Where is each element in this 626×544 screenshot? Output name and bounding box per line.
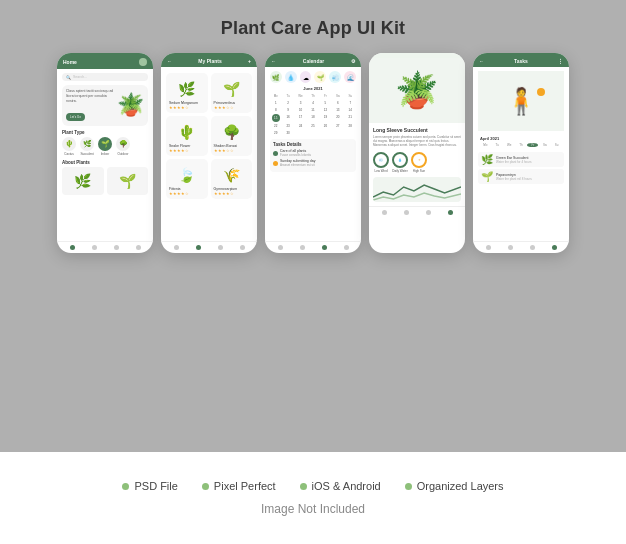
oxygen-icon[interactable]: ☁ [300,71,312,83]
cal-header-th: Th [307,93,318,99]
wind-icon[interactable]: 💨 [329,71,341,83]
nav5-cal[interactable] [530,245,535,250]
plant-card-img-4: 🌳 [214,119,250,144]
plant-card-5[interactable]: 🍃 Fittonia ★★★★☆ [166,159,208,199]
april-days-row: Mo Tu We Th Fr Sa Su [480,143,562,147]
cal-d2[interactable]: 2 [282,100,293,106]
cal-d13[interactable]: 13 [332,107,343,113]
settings-icon: ⚙ [351,58,355,64]
task-list-item-2[interactable]: 🌱 Papavontryn Water the plant mil 8 hour… [478,169,564,184]
general-icon[interactable]: 🌿 [270,71,282,83]
nav-plants[interactable] [114,245,119,250]
plant-card-4[interactable]: 🌳 Shaken Bonsai ★★★☆☆ [211,116,253,156]
cal-d6[interactable]: 6 [332,100,343,106]
cal-d23[interactable]: 23 [282,123,293,129]
nav3-plants[interactable] [300,245,305,250]
cal-d20[interactable]: 20 [332,114,343,122]
lets-go-button[interactable]: Let's Go [66,113,85,121]
cal-d9[interactable]: 9 [282,107,293,113]
plant-type-indoor[interactable]: 🌱 Indoor [98,137,112,156]
april-su: Su [551,143,562,147]
succulent-icon: 🌿 [80,137,94,151]
cal-d24[interactable]: 24 [295,123,306,129]
chart-svg [373,177,461,202]
nav4-plants[interactable] [404,210,409,215]
nav5-tasks[interactable] [552,245,557,250]
cal-d8[interactable]: 8 [270,107,281,113]
plant-name-big: Long Sleeve Succulent [373,127,461,133]
water-icon[interactable]: 🌊 [344,71,356,83]
nav3-profile[interactable] [344,245,349,250]
task-character: 🧍 [478,71,564,131]
cal-d26[interactable]: 26 [320,123,331,129]
nav2-profile[interactable] [240,245,245,250]
cal-d15[interactable]: 15 [272,114,280,122]
april-title: April 2021 [480,136,562,141]
phone-calendar: ← Calendar ⚙ 🌿 💧 ☁ 🌱 💨 🌊 June 2021 Mo Tu [265,53,361,253]
character-emoji: 🧍 [505,86,537,117]
cal-d17[interactable]: 17 [295,114,306,122]
cal-d3[interactable]: 3 [295,100,306,106]
nav5-home[interactable] [486,245,491,250]
cal-d19[interactable]: 19 [320,114,331,122]
cal-d12[interactable]: 12 [320,107,331,113]
feature-psd-label: PSD File [134,480,177,492]
nav2-home[interactable] [174,245,179,250]
outdoor-icon: 🌳 [116,137,130,151]
plant-type-cactus[interactable]: 🌵 Cactus [62,137,76,156]
plant-type-outdoor[interactable]: 🌳 Outdoor [116,137,130,156]
cal-d25[interactable]: 25 [307,123,318,129]
plant-card-6[interactable]: 🌾 Gymnocarpium ★★★★☆ [211,159,253,199]
plants-grid: 🌿 Sedum Morganum ★★★★☆ 🌱 Primoverdeus ★★… [166,73,252,199]
cal-d1[interactable]: 1 [270,100,281,106]
nav4-home[interactable] [382,210,387,215]
task-list-item-1[interactable]: 🌿 Green Ear Succulent Water the plant fo… [478,152,564,167]
cal-d4[interactable]: 4 [307,100,318,106]
about-card-1: 🌿 [62,167,104,195]
nav2-cal[interactable] [218,245,223,250]
learn-text: Class aptent taciti sociosqu ad litora t… [66,89,117,104]
cal-d10[interactable]: 10 [295,107,306,113]
cal-d18[interactable]: 18 [307,114,318,122]
cal-d11[interactable]: 11 [307,107,318,113]
cal-header-we: We [295,93,306,99]
plant-card-1[interactable]: 🌿 Sedum Morganum ★★★★☆ [166,73,208,113]
cal-d28[interactable]: 28 [345,123,356,129]
cal-d22[interactable]: 22 [270,123,281,129]
search-bar[interactable]: 🔍 Search... [62,73,148,81]
plant-stars-1: ★★★★☆ [169,105,205,110]
home-label: Home [63,59,77,65]
about-card-2: 🌱 [107,167,149,195]
plant-card-3[interactable]: 🌵 Snake Flower ★★★★☆ [166,116,208,156]
cal-d7[interactable]: 7 [345,100,356,106]
nav4-cal[interactable] [426,210,431,215]
cal-d16[interactable]: 16 [282,114,293,122]
nav4-detail[interactable] [448,210,453,215]
nav-search[interactable] [92,245,97,250]
cal-d21[interactable]: 21 [345,114,356,122]
phone-my-plants-body: 🌿 Sedum Morganum ★★★★☆ 🌱 Primoverdeus ★★… [161,67,257,241]
nav2-plants[interactable] [196,245,201,250]
phone-calendar-header: ← Calendar ⚙ [265,53,361,67]
soil-icon[interactable]: 🌱 [314,71,326,83]
cal-d29[interactable]: 29 [270,130,281,136]
plant-type-succulent[interactable]: 🌿 Succulent [80,137,94,156]
feature-ios-label: iOS & Android [312,480,381,492]
care-icon[interactable]: 💧 [285,71,297,83]
nav-home[interactable] [70,245,75,250]
nav-profile[interactable] [136,245,141,250]
cal-d14[interactable]: 14 [345,107,356,113]
plant-card-2[interactable]: 🌱 Primoverdeus ★★★☆☆ [211,73,253,113]
cal-d27[interactable]: 27 [332,123,343,129]
nav3-cal[interactable] [322,245,327,250]
gauges-row: 💨 Low Wind 💧 Daily Water ☀ High Sun [373,152,461,173]
chart-area [373,177,461,202]
nav3-home[interactable] [278,245,283,250]
plant-decoration: 🪴 [117,92,144,118]
cal-d5[interactable]: 5 [320,100,331,106]
feature-dot-ios [300,483,307,490]
nav5-plants[interactable] [508,245,513,250]
cal-d30[interactable]: 30 [282,130,293,136]
feature-dot-psd [122,483,129,490]
task-list-item-2-content: Papavontryn Water the plant mil 8 hours [496,173,532,181]
